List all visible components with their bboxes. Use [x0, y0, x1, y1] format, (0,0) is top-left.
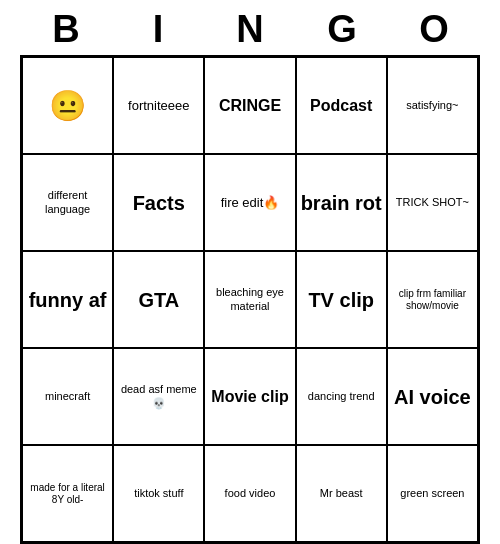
bingo-cell-23: Mr beast — [296, 445, 387, 542]
bingo-grid: 😐fortniteeeeCRINGEPodcastsatisfying~diff… — [20, 55, 480, 544]
bingo-cell-9: TRICK SHOT~ — [387, 154, 478, 251]
bingo-cell-15: minecraft — [22, 348, 113, 445]
header-letter-i: I — [116, 8, 200, 51]
bingo-cell-8: brain rot — [296, 154, 387, 251]
bingo-cell-22: food video — [204, 445, 295, 542]
bingo-cell-12: bleaching eye material — [204, 251, 295, 348]
bingo-header: BINGO — [20, 0, 480, 55]
bingo-cell-19: AI voice — [387, 348, 478, 445]
bingo-cell-0: 😐 — [22, 57, 113, 154]
bingo-cell-2: CRINGE — [204, 57, 295, 154]
bingo-cell-4: satisfying~ — [387, 57, 478, 154]
bingo-cell-21: tiktok stuff — [113, 445, 204, 542]
bingo-cell-20: made for a literal 8Y old- — [22, 445, 113, 542]
bingo-cell-10: funny af — [22, 251, 113, 348]
header-letter-b: B — [24, 8, 108, 51]
bingo-cell-11: GTA — [113, 251, 204, 348]
bingo-cell-13: TV clip — [296, 251, 387, 348]
bingo-cell-18: dancing trend — [296, 348, 387, 445]
header-letter-g: G — [300, 8, 384, 51]
bingo-cell-14: clip frm familiar show/movie — [387, 251, 478, 348]
bingo-cell-6: Facts — [113, 154, 204, 251]
bingo-cell-1: fortniteeee — [113, 57, 204, 154]
bingo-cell-5: different language — [22, 154, 113, 251]
bingo-cell-24: green screen — [387, 445, 478, 542]
bingo-cell-7: fire edit🔥 — [204, 154, 295, 251]
bingo-cell-16: dead asf meme 💀 — [113, 348, 204, 445]
header-letter-o: O — [392, 8, 476, 51]
header-letter-n: N — [208, 8, 292, 51]
bingo-cell-3: Podcast — [296, 57, 387, 154]
bingo-cell-17: Movie clip — [204, 348, 295, 445]
